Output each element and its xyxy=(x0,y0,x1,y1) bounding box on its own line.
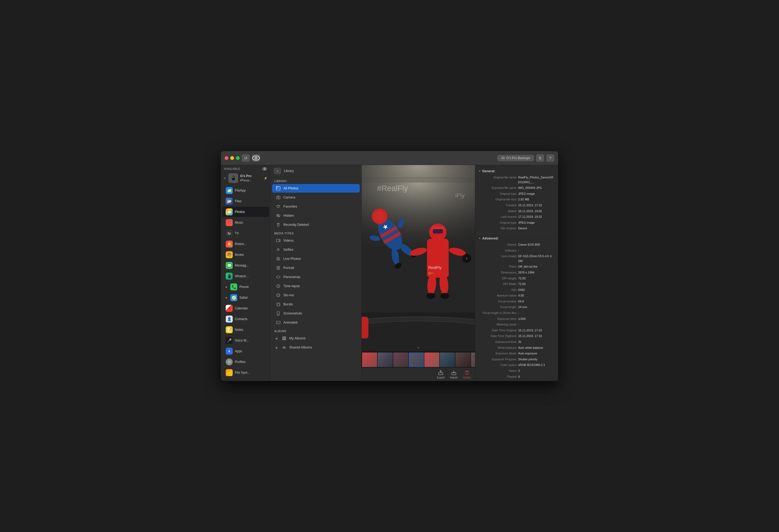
general-triangle-icon: ▼ xyxy=(479,170,481,173)
aperture-label: Aperture Value: xyxy=(480,293,517,298)
contacts-icon: 👤 xyxy=(226,316,233,323)
voicememo-icon: 🎤 xyxy=(226,337,233,344)
subsecond-value: 31 xyxy=(518,340,554,344)
panel-item-live-photos[interactable]: Live Photos xyxy=(272,255,360,263)
sidebar-item-calendar[interactable]: 4 Calendar xyxy=(222,303,269,314)
sidebar-item-contacts[interactable]: 👤 Contacts xyxy=(222,314,269,324)
svg-point-10 xyxy=(278,248,279,250)
sidebar: AVAILABLE 1 ▼ 📱 G's Pro iPhone... ⚡ 📁 Fi… xyxy=(221,165,271,381)
panel-item-camera[interactable]: Camera xyxy=(272,193,360,202)
whatsapp-icon: 📱 xyxy=(226,273,233,280)
photo-details-toggle[interactable]: ⌄ xyxy=(417,344,420,349)
minimize-button[interactable] xyxy=(230,156,234,160)
filmstrip-thumb-8[interactable] xyxy=(471,352,475,367)
all-photos-icon xyxy=(276,186,281,191)
panel-item-favorites[interactable]: Favorites xyxy=(272,202,360,211)
panel-item-videos[interactable]: Videos xyxy=(272,236,360,245)
svg-rect-27 xyxy=(285,337,286,340)
backup-button[interactable]: G's Pro Backups xyxy=(497,155,534,161)
hidden-icon xyxy=(276,213,281,218)
panel-item-timelapse[interactable]: Time-lapse xyxy=(272,282,360,290)
transfer-button[interactable]: ⇅ xyxy=(536,154,544,162)
sidebar-item-phone[interactable]: ▶ 📞 Phone xyxy=(222,282,269,292)
sidebar-item-whatsapp[interactable]: 📱 WhatsA... xyxy=(222,271,269,281)
exp-prog-label: Exposure Program: xyxy=(480,357,517,362)
sidebar-item-ringtones[interactable]: 🔔 Rinton... xyxy=(222,239,269,249)
titlebar-right: G's Pro Backups ⇅ ? xyxy=(497,154,554,162)
sidebar-item-photos[interactable]: 🌅 Photos xyxy=(222,207,269,217)
panel-item-hidden[interactable]: Hidden xyxy=(272,211,360,220)
advanced-section-header[interactable]: ▼ Advanced: xyxy=(475,235,558,242)
svg-rect-34 xyxy=(362,183,475,313)
info-row-dpi-width: DPI Width: 72.00 xyxy=(475,281,558,287)
photo-next-button[interactable]: › xyxy=(462,254,471,263)
photo-viewer: ★ xyxy=(362,165,475,351)
info-row-subsecond: Subsecond time: 31 xyxy=(475,339,558,345)
back-button[interactable]: ‹ xyxy=(274,168,281,174)
sidebar-item-apps[interactable]: A Apps xyxy=(222,346,269,356)
notes-label: Notes xyxy=(235,328,243,332)
panel-item-recently-deleted[interactable]: Recently Deleted xyxy=(272,220,360,229)
panel-item-my-albums[interactable]: ▶ My Albums xyxy=(272,334,360,343)
sidebar-item-books[interactable]: 📚 Books xyxy=(222,250,269,260)
filmstrip-thumb-4[interactable] xyxy=(409,352,424,367)
ringtones-label: Rinton... xyxy=(235,242,247,246)
filmstrip-thumb-5[interactable] xyxy=(424,352,439,367)
sidebar-item-voicememo[interactable]: 🎤 Voice M... xyxy=(222,335,269,345)
filmstrip-thumb-7[interactable] xyxy=(456,352,471,367)
close-button[interactable] xyxy=(225,156,228,160)
svg-point-5 xyxy=(278,197,279,199)
info-row-file-location: File location: Device xyxy=(475,225,558,231)
panel-item-all-photos[interactable]: All Photos xyxy=(272,184,360,193)
sidebar-item-profiles[interactable]: ⚙ Profiles xyxy=(222,357,269,367)
panel-item-slomo[interactable]: Slo-mo xyxy=(272,291,360,300)
import-label: Import xyxy=(450,376,458,379)
sidebar-item-files[interactable]: 📂 Files xyxy=(222,196,269,206)
info-row-exposure-program: Exposure Program: Shutter priority xyxy=(475,356,558,362)
filmstrip-thumb-2[interactable] xyxy=(378,352,393,367)
svg-point-64 xyxy=(440,293,449,299)
maximize-button[interactable] xyxy=(236,156,240,160)
datetime-orig-label: Date Time Original: xyxy=(480,328,517,333)
sidebar-item-notes[interactable]: 📝 Notes xyxy=(222,325,269,335)
datetime-dig-label: Date Time Digitised: xyxy=(480,334,517,339)
sidebar-item-music[interactable]: 🎵 Music xyxy=(222,217,269,228)
flash-label: Flash: xyxy=(480,264,517,269)
dpi-height-label: DPI Height: xyxy=(480,276,517,281)
panel-item-selfies[interactable]: Selfies xyxy=(272,245,360,254)
filmstrip-thumb-1[interactable] xyxy=(362,352,377,367)
filmstrip xyxy=(362,351,475,368)
panel-item-screenshots[interactable]: Screenshots xyxy=(272,309,360,318)
export-action[interactable]: Export xyxy=(437,370,445,379)
delete-action[interactable]: Delete xyxy=(463,370,471,379)
preview-button[interactable] xyxy=(252,154,260,162)
orig-type-label: Original type: xyxy=(480,192,517,196)
panel-item-portrait[interactable]: Portrait xyxy=(272,264,360,272)
panel-item-shared-albums[interactable]: ▶ Shared Albums xyxy=(272,343,360,352)
screenshots-icon xyxy=(276,311,281,316)
refresh-button[interactable]: ↺ xyxy=(242,154,250,162)
svg-point-15 xyxy=(277,276,280,278)
sidebar-item-filesystem[interactable]: 🗂 File Syst... xyxy=(222,368,269,378)
focal-length-value: 14 mm xyxy=(518,305,554,310)
info-row-datetime-digitised: Date Time Digitised: 15.11.2019, 17:10 xyxy=(475,333,558,339)
safari-label: Safari xyxy=(239,296,248,300)
sidebar-item-fileapp[interactable]: 📁 FileApp xyxy=(222,185,269,196)
panel-item-panoramas[interactable]: Panoramas xyxy=(272,273,360,281)
whatsapp-label: WhatsA... xyxy=(235,274,249,278)
sidebar-item-safari[interactable]: ▶ 🧭 Safari xyxy=(222,292,269,303)
panel-item-bursts[interactable]: Bursts xyxy=(272,300,360,309)
sidebar-device[interactable]: ▼ 📱 G's Pro iPhone... ⚡ xyxy=(221,171,270,185)
aperture-value: 4.00 xyxy=(518,293,554,298)
general-section-header[interactable]: ▼ General: xyxy=(475,168,558,175)
sidebar-item-tv[interactable]: tv TV xyxy=(222,228,269,239)
help-button[interactable]: ? xyxy=(546,154,554,162)
panel-item-animated[interactable]: Animated xyxy=(272,318,360,327)
focal-number-label: Focal number: xyxy=(480,299,517,304)
orig-filename-value: RealFly_Photos_ZanonGREGORIO_... xyxy=(518,175,554,185)
import-action[interactable]: Import xyxy=(450,370,458,379)
filmstrip-thumb-3[interactable] xyxy=(393,352,408,367)
tv-label: TV xyxy=(235,231,239,235)
filmstrip-thumb-6[interactable] xyxy=(440,352,455,367)
sidebar-item-messages[interactable]: 💬 Messag... xyxy=(222,260,269,271)
